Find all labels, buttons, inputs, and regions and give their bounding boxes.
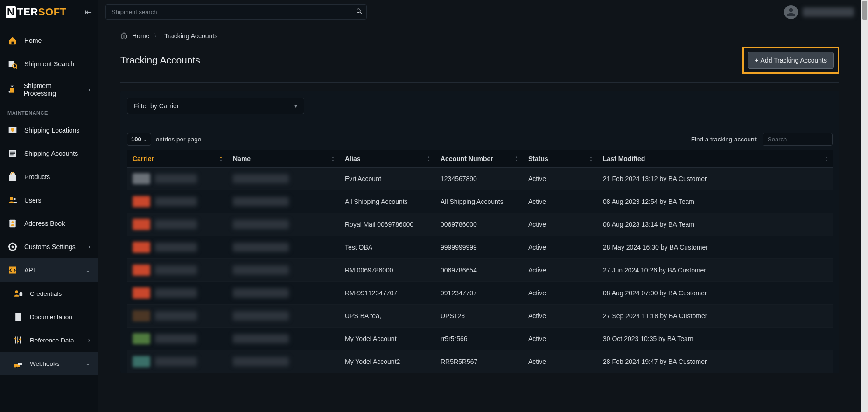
carrier-name (155, 220, 197, 229)
account-number-cell: 9999999999 (435, 236, 523, 259)
table-row[interactable]: Royal Mail 00697860000069786000Active08 … (127, 213, 833, 236)
col-modified[interactable]: Last Modified ▲▼ (597, 150, 833, 168)
search-icon[interactable] (356, 7, 363, 16)
account-name (233, 243, 289, 252)
col-account[interactable]: Account Number ▲▼ (435, 150, 523, 168)
add-tracking-accounts-button[interactable]: + Add Tracking Accounts (748, 52, 834, 69)
sidebar-item-label: API (24, 266, 35, 274)
sidebar-item-customs-settings[interactable]: Customs Settings› (0, 235, 98, 258)
sidebar-item-reference-data[interactable]: Reference Data› (0, 328, 98, 352)
svg-point-26 (17, 340, 19, 342)
tracking-accounts-table: Carrier ▲▼ Name ▲▼ Alias ▲▼ (127, 150, 833, 373)
table-row[interactable]: UPS BA tea,UPS123Active27 Sep 2024 11:18… (127, 305, 833, 328)
svg-point-12 (14, 198, 16, 200)
account-name (233, 288, 289, 298)
documentation-icon (13, 312, 23, 322)
account-name (233, 265, 289, 275)
account-name (233, 220, 289, 229)
sidebar-item-label: Home (24, 37, 42, 44)
account-number-cell: 1234567890 (435, 168, 523, 190)
page-title: Tracking Accounts (120, 55, 200, 66)
chevron-down-icon: ▼ (294, 104, 298, 109)
svg-point-29 (16, 367, 17, 368)
sidebar-item-label: Shipping Locations (24, 126, 79, 134)
sidebar-item-shipping-accounts[interactable]: Shipping Accounts (0, 142, 98, 165)
credentials-icon (13, 288, 23, 299)
table-row[interactable]: Evri Account1234567890Active21 Feb 2024 … (127, 168, 833, 190)
status-cell: Active (523, 213, 597, 236)
shipment-search-input[interactable] (105, 4, 367, 20)
sidebar-item-products[interactable]: Products (0, 165, 98, 189)
scrollbar[interactable] (861, 0, 868, 412)
svg-rect-31 (18, 363, 22, 365)
sidebar-item-webhooks[interactable]: Webhooks⌄ (0, 352, 98, 375)
alias-cell: My Yodel Account (339, 328, 435, 350)
scrollbar-thumb[interactable] (862, 1, 867, 20)
col-status[interactable]: Status ▲▼ (523, 150, 597, 168)
alias-cell: UPS BA tea, (339, 305, 435, 328)
table-row[interactable]: My Yodel Account2RR5R5R567Active28 Feb 2… (127, 350, 833, 373)
col-carrier[interactable]: Carrier ▲▼ (127, 150, 227, 168)
svg-point-27 (19, 338, 21, 340)
sidebar-item-label: Credentials (30, 290, 62, 297)
nav-heading-maintenance: MAINTENANCE (0, 104, 98, 119)
home-icon[interactable] (120, 32, 127, 40)
reference-data-icon (13, 335, 23, 345)
table-row[interactable]: All Shipping AccountsAll Shipping Accoun… (127, 190, 833, 213)
sidebar-item-shipment-processing[interactable]: Shipment Processing› (0, 76, 98, 104)
sidebar: NTERSOFT ⇤ HomeShipment SearchShipment P… (0, 0, 98, 412)
sidebar-item-address-book[interactable]: Address Book (0, 212, 98, 235)
chevron-right-icon: › (88, 86, 90, 93)
breadcrumb-home[interactable]: Home (132, 32, 149, 40)
svg-point-30 (18, 367, 20, 368)
tracking-accounts-panel: Filter by Carrier ▼ 100 ⌄ entries per pa… (120, 91, 839, 373)
sidebar-item-home[interactable]: Home (0, 29, 98, 52)
account-number-cell: rr5r5r566 (435, 328, 523, 350)
sidebar-item-shipment-search[interactable]: Shipment Search (0, 52, 98, 76)
home-icon (7, 35, 18, 46)
account-number-cell: All Shipping Accounts (435, 190, 523, 213)
collapse-sidebar-icon[interactable]: ⇤ (85, 7, 92, 17)
chevron-right-icon: › (88, 337, 90, 343)
table-row[interactable]: RM 00697860000069786654Active27 Jun 2024… (127, 259, 833, 282)
chevron-down-icon: ⌄ (143, 137, 147, 142)
filter-by-carrier-select[interactable]: Filter by Carrier ▼ (127, 98, 304, 114)
sidebar-item-label: Products (24, 173, 50, 181)
table-row[interactable]: My Yodel Accountrr5r5r566Active30 Oct 20… (127, 328, 833, 350)
status-cell: Active (523, 328, 597, 350)
sidebar-item-label: Shipping Accounts (24, 150, 78, 157)
topbar (98, 0, 861, 24)
carrier-name (155, 357, 197, 366)
sidebar-item-label: Shipment Search (24, 60, 74, 68)
sidebar-item-shipping-locations[interactable]: Shipping Locations (0, 119, 98, 142)
svg-line-3 (16, 68, 18, 69)
products-icon (7, 172, 18, 182)
col-name[interactable]: Name ▲▼ (227, 150, 339, 168)
table-row[interactable]: Test OBA9999999999Active28 May 2024 16:3… (127, 236, 833, 259)
find-tracking-account-input[interactable] (763, 133, 833, 146)
sidebar-item-documentation[interactable]: Documentation (0, 305, 98, 328)
table-row[interactable]: RM-991123477079912347707Active08 Aug 202… (127, 282, 833, 305)
user-avatar-icon[interactable] (784, 5, 798, 19)
chevron-down-icon: ⌄ (85, 360, 90, 367)
breadcrumb: Home 〉 Tracking Accounts (120, 32, 839, 40)
nav-main: HomeShipment SearchShipment Processing› … (0, 24, 98, 375)
brand-prefix: N (6, 6, 16, 18)
modified-cell: 08 Aug 2023 12:54 by BA Team (597, 190, 833, 213)
sidebar-item-credentials[interactable]: Credentials (0, 282, 98, 305)
svg-rect-8 (10, 152, 15, 153)
account-name (233, 197, 289, 206)
status-cell: Active (523, 305, 597, 328)
sidebar-item-users[interactable]: Users (0, 189, 98, 212)
col-alias[interactable]: Alias ▲▼ (339, 150, 435, 168)
carrier-logo (133, 196, 150, 207)
sidebar-item-api[interactable]: API⌄ (0, 258, 98, 282)
pagesize-value: 100 (131, 136, 141, 143)
carrier-name (155, 243, 197, 252)
alias-cell: Royal Mail 0069786000 (339, 213, 435, 236)
modified-cell: 30 Oct 2023 10:35 by BA Team (597, 328, 833, 350)
user-name[interactable] (803, 7, 854, 17)
pagesize-select[interactable]: 100 ⌄ (127, 133, 151, 146)
carrier-logo (133, 265, 150, 276)
account-number-cell: 9912347707 (435, 282, 523, 305)
